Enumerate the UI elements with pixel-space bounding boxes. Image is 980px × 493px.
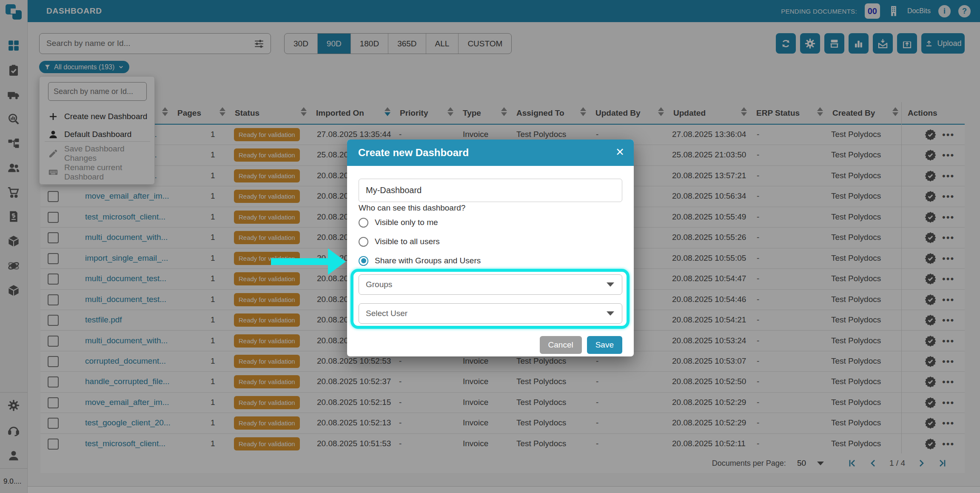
close-icon[interactable]: ✕ (615, 146, 624, 158)
visibility-option-2[interactable]: Visible to all users (359, 235, 440, 248)
modal-header: Create new Dashboard ✕ (347, 140, 634, 166)
visibility-option-3[interactable]: Share with Groups and Users (359, 254, 481, 267)
groups-select-placeholder: Groups (366, 280, 392, 289)
radio-label: Visible to all users (375, 237, 440, 246)
save-button[interactable]: Save (587, 336, 622, 354)
groups-select[interactable]: Groups (359, 274, 622, 295)
dashboard-name-input[interactable] (359, 179, 622, 202)
user-select-placeholder: Select User (366, 309, 407, 318)
dropdown-caret-icon (607, 282, 614, 287)
radio-button[interactable] (359, 237, 368, 247)
create-dashboard-modal: Create new Dashboard ✕ Who can see this … (347, 140, 634, 356)
radio-label: Visible only to me (375, 218, 438, 227)
modal-title: Create new Dashboard (358, 147, 469, 159)
cancel-button[interactable]: Cancel (540, 336, 582, 354)
user-select[interactable]: Select User (359, 303, 622, 324)
dropdown-caret-icon (607, 311, 614, 316)
visibility-question-label: Who can see this dashboard? (359, 203, 465, 213)
radio-button[interactable] (359, 218, 368, 228)
radio-button[interactable] (359, 256, 368, 266)
app-root: 9.0.... DASHBOARD PENDING DOCUMENTS: 00 … (0, 0, 980, 493)
visibility-option-1[interactable]: Visible only to me (359, 216, 438, 229)
radio-label: Share with Groups and Users (375, 256, 481, 265)
